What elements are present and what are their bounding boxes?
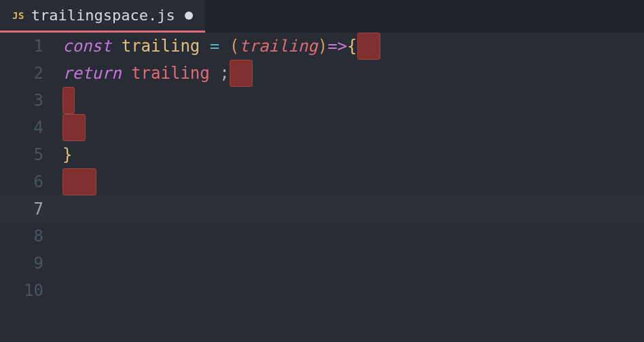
token: trailing	[239, 33, 318, 60]
code-line[interactable]: 5}	[0, 141, 644, 168]
token: const	[62, 33, 122, 60]
code-content[interactable]: return trailing ;	[62, 60, 253, 87]
code-content[interactable]: const trailing = (trailing) => {	[62, 33, 380, 60]
line-number: 1	[0, 37, 62, 56]
code-line[interactable]: 2 return trailing ;	[0, 60, 644, 87]
tab-filename: trailingspace.js	[31, 7, 175, 24]
token: {	[347, 33, 357, 60]
token: trailing	[131, 60, 219, 87]
token: (	[230, 33, 239, 60]
token: =>	[327, 33, 347, 60]
code-line[interactable]: 1const trailing = (trailing) => {	[0, 33, 644, 60]
code-line[interactable]: 3	[0, 87, 644, 114]
line-number: 10	[0, 281, 62, 300]
code-content[interactable]	[62, 114, 86, 141]
line-number: 7	[0, 200, 62, 218]
code-line[interactable]: 6	[0, 168, 644, 195]
line-number: 4	[0, 118, 62, 137]
line-number: 2	[0, 64, 62, 83]
trailing-whitespace-highlight	[62, 168, 96, 195]
code-content[interactable]	[62, 87, 75, 114]
tab-bar: JS trailingspace.js	[0, 0, 644, 33]
code-editor[interactable]: 1const trailing = (trailing) => {2 retur…	[0, 33, 644, 342]
code-line[interactable]: 10	[0, 277, 644, 304]
line-number: 9	[0, 254, 62, 273]
dirty-indicator-icon	[185, 12, 193, 20]
tab-trailingspace[interactable]: JS trailingspace.js	[0, 0, 205, 33]
line-number: 8	[0, 227, 62, 246]
trailing-whitespace-highlight	[62, 114, 86, 141]
code-line[interactable]: 7	[0, 195, 644, 223]
line-number: 5	[0, 145, 62, 164]
code-line[interactable]: 4	[0, 114, 644, 141]
token: )	[318, 33, 327, 60]
line-number: 6	[0, 172, 62, 191]
token: ;	[219, 60, 229, 87]
code-content[interactable]	[62, 168, 96, 195]
code-line[interactable]: 9	[0, 250, 644, 277]
token: =	[210, 33, 230, 60]
trailing-whitespace-highlight	[230, 60, 253, 87]
js-icon: JS	[12, 10, 24, 21]
token: }	[62, 141, 72, 168]
token: trailing	[122, 33, 210, 60]
token: return	[62, 60, 131, 87]
code-content[interactable]: }	[62, 141, 72, 168]
trailing-whitespace-highlight	[62, 87, 75, 114]
code-line[interactable]: 8	[0, 223, 644, 250]
line-number: 3	[0, 91, 62, 110]
trailing-whitespace-highlight	[357, 33, 380, 60]
